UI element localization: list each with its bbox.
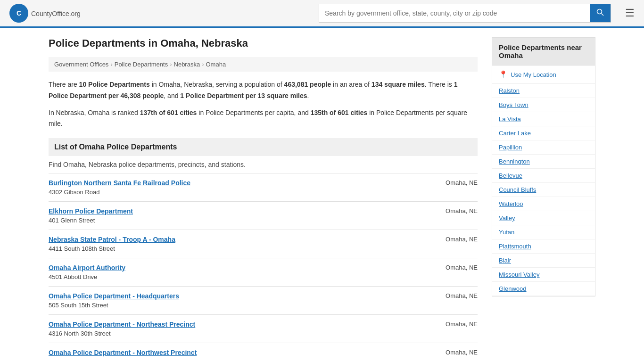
breadcrumb-nebraska[interactable]: Nebraska — [174, 61, 200, 68]
rank1: 137th of 601 cities — [140, 109, 197, 116]
dept-address: 4411 South 108th Street — [49, 245, 115, 252]
dept-location: Omaha, NE — [435, 207, 478, 214]
table-row: Omaha Police Department - Northwest Prec… — [49, 343, 478, 362]
svg-text:C: C — [17, 9, 21, 17]
logo-text: CountyOffice.org — [31, 8, 81, 18]
search-input[interactable] — [319, 6, 590, 21]
nearby-city-waterloo[interactable]: Waterloo — [492, 197, 595, 211]
nearby-city-valley[interactable]: Valley — [492, 211, 595, 225]
search-area — [319, 4, 611, 23]
info-paragraph-2: In Nebraska, Omaha is ranked 137th of 60… — [49, 107, 478, 130]
table-row: Elkhorn Police Department 401 Glenn Stre… — [49, 201, 478, 230]
search-button[interactable] — [590, 4, 611, 22]
dept-address: 4316 North 30th Street — [49, 330, 111, 337]
svg-line-3 — [602, 14, 604, 16]
table-row: Omaha Airport Authority 4501 Abbott Driv… — [49, 258, 478, 286]
use-my-location[interactable]: 📍 Use My Location — [492, 66, 595, 84]
menu-button[interactable]: ☰ — [625, 7, 635, 19]
nearby-city-boys-town[interactable]: Boys Town — [492, 98, 595, 112]
nearby-city-ralston[interactable]: Ralston — [492, 84, 595, 98]
info-paragraph-1: There are 10 Police Departments in Omaha… — [49, 79, 478, 102]
table-row: Omaha Police Department - Northeast Prec… — [49, 314, 478, 343]
list-section-desc: Find Omaha, Nebraska police departments,… — [49, 161, 478, 168]
dept-location: Omaha, NE — [435, 179, 478, 186]
nearby-city-blair[interactable]: Blair — [492, 254, 595, 268]
main-container: Police Departments in Omaha, Nebraska Go… — [39, 28, 605, 362]
site-header: C CountyOffice.org ☰ — [0, 0, 644, 28]
dept-address: 4501 Abbott Drive — [49, 273, 97, 280]
dept-name-link[interactable]: Omaha Police Department - Northwest Prec… — [49, 349, 435, 356]
dept-location: Omaha, NE — [435, 321, 478, 328]
sidebar-title: Police Departments near Omaha — [492, 38, 595, 66]
dept-address: 401 Glenn Street — [49, 217, 95, 224]
per-sqmile: 1 Police Department per 13 square miles — [180, 92, 307, 99]
dept-location: Omaha, NE — [435, 264, 478, 271]
table-row: Omaha Police Department - Headquarters 5… — [49, 286, 478, 314]
dept-location: Omaha, NE — [435, 236, 478, 243]
dept-name-link[interactable]: Burlington Northern Santa Fe Railroad Po… — [49, 179, 435, 187]
breadcrumb: Government Offices › Police Departments … — [49, 57, 478, 72]
page-title: Police Departments in Omaha, Nebraska — [49, 37, 478, 49]
nearby-city-bennington[interactable]: Bennington — [492, 155, 595, 169]
table-row: Nebraska State Patrol - Troop A - Omaha … — [49, 230, 478, 258]
nearby-city-papillion[interactable]: Papillion — [492, 140, 595, 155]
nearby-box: Police Departments near Omaha 📍 Use My L… — [492, 37, 595, 296]
nearby-city-carter-lake[interactable]: Carter Lake — [492, 126, 595, 140]
dept-address: 4302 Gibson Road — [49, 189, 99, 196]
department-list: Burlington Northern Santa Fe Railroad Po… — [49, 173, 478, 362]
nearby-city-la-vista[interactable]: La Vista — [492, 112, 595, 126]
nearby-city-bellevue[interactable]: Bellevue — [492, 169, 595, 183]
breadcrumb-omaha: Omaha — [206, 61, 226, 68]
dept-count: 10 Police Departments — [79, 81, 150, 88]
dept-name-link[interactable]: Omaha Police Department - Headquarters — [49, 292, 435, 300]
logo-link[interactable]: C CountyOffice.org — [9, 4, 81, 23]
nearby-city-plattsmouth[interactable]: Plattsmouth — [492, 239, 595, 254]
dept-name-link[interactable]: Elkhorn Police Department — [49, 207, 435, 215]
logo-icon: C — [9, 4, 28, 23]
nearby-city-missouri-valley[interactable]: Missouri Valley — [492, 268, 595, 282]
list-section-header: List of Omaha Police Departments — [49, 138, 478, 156]
area: 134 square miles — [372, 81, 425, 88]
dept-location: Omaha, NE — [435, 349, 478, 356]
nearby-city-glenwood[interactable]: Glenwood — [492, 282, 595, 296]
breadcrumb-police-depts[interactable]: Police Departments — [115, 61, 168, 68]
dept-name-link[interactable]: Nebraska State Patrol - Troop A - Omaha — [49, 236, 435, 243]
breadcrumb-gov-offices[interactable]: Government Offices — [54, 61, 108, 68]
use-location-label: Use My Location — [511, 71, 556, 78]
nearby-city-yutan[interactable]: Yutan — [492, 225, 595, 239]
sidebar: Police Departments near Omaha 📍 Use My L… — [492, 37, 595, 362]
nearby-city-council-bluffs[interactable]: Council Bluffs — [492, 183, 595, 197]
dept-address: 505 South 15th Street — [49, 302, 108, 309]
dept-name-link[interactable]: Omaha Police Department - Northeast Prec… — [49, 321, 435, 328]
dept-location: Omaha, NE — [435, 292, 478, 299]
content-area: Police Departments in Omaha, Nebraska Go… — [49, 37, 478, 362]
svg-point-2 — [597, 9, 602, 14]
dept-name-link[interactable]: Omaha Airport Authority — [49, 264, 435, 272]
rank2: 135th of 601 cities — [311, 109, 368, 116]
location-icon: 📍 — [499, 70, 508, 79]
population: 463,081 people — [284, 81, 331, 88]
table-row: Burlington Northern Santa Fe Railroad Po… — [49, 173, 478, 201]
